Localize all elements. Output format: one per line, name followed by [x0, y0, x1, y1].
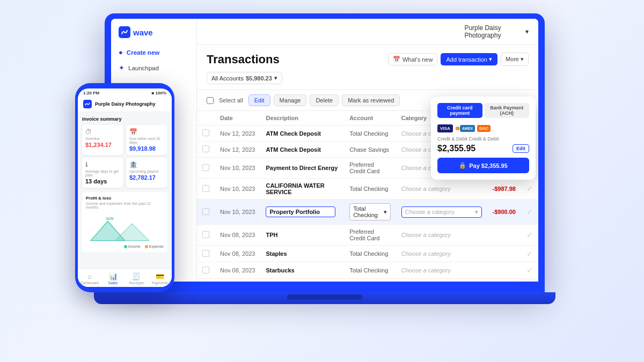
row-checkbox[interactable]: [202, 267, 209, 274]
row-checkbox[interactable]: [202, 185, 209, 192]
check-icon[interactable]: ✓: [526, 184, 533, 193]
overdue-label: Overdue: [85, 137, 120, 141]
tx-amount: -$900.00: [487, 200, 521, 225]
tx-description: Payment to Direct Energy: [260, 158, 344, 179]
tx-description: Starbucks: [260, 262, 344, 279]
phone-logo: [83, 100, 92, 108]
row-checkbox[interactable]: [202, 250, 209, 257]
pnl-subtitle: Income and expenses from the past 12 mon…: [86, 202, 164, 209]
sales-icon: 📊: [109, 272, 118, 280]
lock-icon: 🔒: [459, 162, 466, 169]
phone-screen: 1:20 PM ■ 100% Purple Daisy Photography …: [78, 88, 172, 287]
check-icon[interactable]: ✓: [526, 208, 533, 216]
tx-date: Nov 05, 2023: [215, 279, 260, 282]
pnl-legend: Income Expense: [86, 245, 164, 248]
account-dropdown[interactable]: Total Checking ▾: [349, 203, 390, 220]
nav-sales[interactable]: 📊 Sales: [101, 271, 125, 286]
nav-dashboard[interactable]: ⌂ Dashboard: [78, 271, 101, 286]
add-transaction-button[interactable]: Add transaction ▾: [441, 53, 497, 65]
upcoming-value: $2,782.17: [129, 174, 164, 181]
edit-button[interactable]: Edit: [248, 94, 270, 106]
row-checkbox[interactable]: [202, 145, 209, 152]
tx-account-edit[interactable]: Total Checking ▾: [344, 200, 396, 225]
table-row: Nov 10, 2023 CALIFORNIA WATER SERVICE To…: [197, 179, 538, 200]
chevron-down-icon: ▾: [475, 209, 478, 216]
check-icon[interactable]: ✓: [526, 266, 533, 275]
payment-tabs: Credit card payment Bank Payment (ACH): [437, 103, 529, 118]
tx-description: ATM Check Deposit: [260, 125, 344, 142]
transactions-header: Transactions 📅 What's new Add transactio…: [197, 45, 538, 90]
nav-payments[interactable]: 💳 Payments: [148, 271, 172, 286]
company-name: Purple Daisy Photography ▾: [464, 24, 529, 39]
tx-description: ATM Check Deposit: [260, 142, 344, 158]
ach-tab[interactable]: Bank Payment (ACH): [485, 103, 530, 118]
tx-category-edit[interactable]: Choose a category ▾: [396, 200, 487, 225]
more-button[interactable]: More ▾: [501, 53, 529, 66]
pay-button[interactable]: 🔒 Pay $2,355.95: [437, 158, 529, 173]
check-icon[interactable]: ✓: [526, 231, 533, 239]
tx-category[interactable]: Choose a category: [396, 225, 487, 246]
row-checkbox[interactable]: [202, 208, 209, 215]
pnl-chart-svg: $24k: [86, 212, 164, 245]
phone-header: Purple Daisy Photography: [78, 97, 172, 112]
pnl-title: Profit & loss: [86, 196, 164, 201]
tx-category[interactable]: Choose a category: [396, 246, 487, 262]
mark-reviewed-button[interactable]: Mark as reviewed: [342, 94, 400, 106]
tx-account: Preferred Credit Card: [344, 158, 396, 179]
credit-card-tab[interactable]: Credit card payment: [437, 103, 482, 118]
col-account: Account: [344, 111, 396, 125]
tx-category[interactable]: Choose a category: [396, 179, 487, 200]
whats-new-button[interactable]: 📅 What's new: [388, 53, 438, 65]
tx-description: Staples: [260, 246, 344, 262]
launchpad-button[interactable]: ✦ Launchpad: [111, 60, 196, 76]
tx-account: Total Checking: [344, 125, 396, 142]
tx-description-edit[interactable]: [260, 200, 344, 225]
create-icon: ●: [119, 48, 123, 56]
table-row: Nov 08, 2023 Staples Total Checking Choo…: [197, 246, 538, 262]
check-icon[interactable]: ✓: [526, 249, 533, 258]
tx-date: Nov 08, 2023: [215, 225, 260, 246]
edit-payment-button[interactable]: Edit: [513, 144, 529, 153]
delete-button[interactable]: Delete: [310, 94, 339, 106]
wave-logo: wave: [111, 26, 196, 45]
tx-account: Preferred Credit Card: [344, 225, 396, 246]
invoice-grid: ⏱ Overdue $1,234.17 📅 Due within next 30…: [82, 125, 167, 188]
col-description: Description: [260, 111, 344, 125]
tx-account: Total Checking: [344, 279, 396, 282]
description-input[interactable]: [266, 206, 335, 217]
manage-button[interactable]: Manage: [274, 94, 307, 106]
tx-date: Nov 10, 2023: [215, 158, 260, 179]
row-checkbox[interactable]: [202, 129, 209, 136]
select-all-label: Select all: [219, 97, 243, 104]
select-all-checkbox[interactable]: [207, 97, 214, 104]
category-dropdown[interactable]: Choose a category ▾: [401, 206, 482, 218]
row-checkbox[interactable]: [202, 164, 209, 171]
phone-time: 1:20 PM: [83, 91, 99, 95]
create-new-button[interactable]: ● Create new: [111, 45, 196, 60]
account-select[interactable]: All Accounts $5,980.23 ▾: [207, 72, 282, 84]
launchpad-label: Launchpad: [128, 65, 159, 71]
col-date: Date: [215, 111, 260, 125]
overdue-value: $1,234.17: [85, 142, 120, 148]
tx-category[interactable]: Choose a category: [396, 262, 487, 279]
laptop-screen: wave ● Create new ✦ Launchpad: [111, 19, 538, 282]
due-card: 📅 Due within next 30 days $9,918.98: [126, 125, 167, 155]
svg-text:$24k: $24k: [106, 217, 114, 221]
visa-logo: VISA: [437, 124, 453, 132]
tx-account: Total Checking: [344, 246, 396, 262]
calendar-icon: 📅: [393, 56, 400, 63]
avg-days-card: ℹ Average days to get paid 13 days: [82, 158, 123, 188]
payment-popup: Credit card payment Bank Payment (ACH) V…: [431, 97, 536, 180]
pnl-section: Profit & loss Income and expenses from t…: [82, 192, 167, 252]
expense-dot: [145, 245, 148, 248]
tx-amount: -$987.98: [487, 179, 521, 200]
nav-receipts[interactable]: 🧾 Receipts: [125, 271, 149, 286]
tx-description: BRANCH DEPOSIT: [260, 279, 344, 282]
wave-wordmark: wave: [133, 28, 153, 37]
create-label: Create new: [127, 49, 159, 56]
discover-logo: DISC: [477, 125, 491, 132]
clock-icon: ⏱: [85, 128, 120, 136]
row-checkbox[interactable]: [202, 231, 209, 238]
income-dot: [124, 245, 127, 248]
tx-description: TPH: [260, 225, 344, 246]
